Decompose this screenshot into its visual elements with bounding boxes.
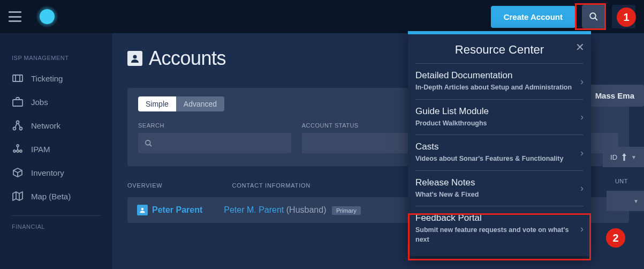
rc-item-title: Detailed Documentation xyxy=(415,70,573,81)
rc-item-title: Feedback Portal xyxy=(415,213,573,223)
svg-rect-25 xyxy=(624,156,625,161)
top-header: Create Account ? xyxy=(0,0,644,33)
chevron-right-icon: › xyxy=(580,223,584,234)
tab-simple[interactable]: Simple xyxy=(138,96,176,111)
box-icon xyxy=(12,167,24,178)
sidebar-section-isp: ISP MANAGEMENT xyxy=(0,47,112,66)
sidebar-item-label: Inventory xyxy=(31,168,64,177)
person-icon xyxy=(137,205,148,215)
page-title: Accounts xyxy=(149,47,226,70)
extra-filter-select[interactable]: ▼ xyxy=(607,191,644,211)
svg-rect-5 xyxy=(13,100,22,106)
menu-toggle-icon[interactable] xyxy=(9,11,21,22)
svg-line-1 xyxy=(595,18,597,20)
chevron-right-icon: › xyxy=(580,111,584,123)
sidebar-item-map[interactable]: Map (Beta) xyxy=(0,184,112,208)
contact-name[interactable]: Peter M. Parent xyxy=(224,205,284,214)
rc-item-guides[interactable]: Guide List Module Product Walkthroughs › xyxy=(415,99,584,135)
account-name: Peter Parent xyxy=(152,205,202,215)
sidebar-item-ipam[interactable]: IPAM xyxy=(0,137,112,161)
search-button[interactable] xyxy=(582,5,605,28)
close-button[interactable]: ✕ xyxy=(575,41,585,54)
contact-cell: Peter M. Parent (Husband) Primary xyxy=(224,205,361,215)
rc-item-title: Release Notes xyxy=(415,177,573,188)
resource-center-title: Resource Center xyxy=(408,43,591,57)
sidebar-item-ticketing[interactable]: Ticketing xyxy=(0,66,112,90)
sidebar-item-label: Map (Beta) xyxy=(31,192,71,201)
svg-point-26 xyxy=(141,208,144,211)
sort-label: ID xyxy=(610,153,617,161)
svg-rect-2 xyxy=(13,75,22,81)
rc-item-release-notes[interactable]: Release Notes What's New & Fixed › xyxy=(415,170,584,206)
rc-item-subtitle: Videos about Sonar's Features & Function… xyxy=(415,154,573,164)
search-icon xyxy=(589,12,598,21)
rc-item-subtitle: Submit new feature requests and vote on … xyxy=(415,226,573,244)
close-icon: ✕ xyxy=(575,41,585,53)
rc-item-subtitle: Product Walkthroughs xyxy=(415,119,573,129)
ipam-icon xyxy=(12,144,24,154)
rc-item-title: Casts xyxy=(415,141,573,152)
accounts-icon xyxy=(127,51,142,66)
caret-down-icon: ▼ xyxy=(633,198,639,204)
sidebar: ISP MANAGEMENT Ticketing Jobs Network IP… xyxy=(0,33,112,269)
sort-dropdown[interactable]: ID ▼ xyxy=(603,147,644,167)
svg-point-22 xyxy=(146,140,150,145)
app-logo[interactable] xyxy=(36,6,58,27)
search-label: SEARCH xyxy=(138,122,291,129)
rc-item-title: Guide List Module xyxy=(415,106,573,117)
rc-item-subtitle: What's New & Fixed xyxy=(415,190,573,200)
chevron-right-icon: › xyxy=(580,183,584,194)
chevron-right-icon: › xyxy=(580,147,584,158)
svg-point-14 xyxy=(17,150,19,152)
network-icon xyxy=(12,120,24,131)
rc-item-subtitle: In-Depth Articles about Setup and Admini… xyxy=(415,83,573,93)
rc-item-documentation[interactable]: Detailed Documentation In-Depth Articles… xyxy=(415,63,584,99)
ticket-icon xyxy=(12,73,24,84)
col-contact: CONTACT INFORMATION xyxy=(232,182,311,189)
resource-center-popover: Resource Center ✕ Detailed Documentation… xyxy=(408,31,591,256)
sidebar-item-label: Jobs xyxy=(31,98,48,107)
sidebar-item-network[interactable]: Network xyxy=(0,114,112,137)
rc-item-casts[interactable]: Casts Videos about Sonar's Features & Fu… xyxy=(415,134,584,170)
sort-direction-icon xyxy=(622,153,627,161)
chevron-right-icon: › xyxy=(580,76,584,87)
svg-line-9 xyxy=(15,123,17,128)
caret-down-icon: ▼ xyxy=(631,154,637,160)
annotation-callout-2: 2 xyxy=(606,228,625,248)
contact-relation: (Husband) xyxy=(286,205,327,214)
create-account-button[interactable]: Create Account xyxy=(491,6,575,28)
sidebar-item-label: IPAM xyxy=(31,145,50,154)
svg-line-10 xyxy=(18,123,20,128)
search-icon xyxy=(145,139,153,147)
svg-point-0 xyxy=(590,13,596,19)
account-link[interactable]: Peter Parent xyxy=(137,205,202,215)
search-input[interactable] xyxy=(138,133,291,153)
briefcase-icon xyxy=(12,96,24,107)
annotation-callout-1: 1 xyxy=(617,8,636,27)
filter-mode-toggle: Simple Advanced xyxy=(138,96,224,111)
map-icon xyxy=(12,191,24,201)
svg-point-13 xyxy=(20,150,22,152)
mass-email-button[interactable]: Mass Ema xyxy=(586,85,644,107)
svg-point-21 xyxy=(133,55,137,59)
svg-point-12 xyxy=(13,150,16,152)
sidebar-item-label: Ticketing xyxy=(31,74,63,83)
extra-filter-label: UNT xyxy=(615,178,628,184)
sidebar-item-label: Network xyxy=(31,121,60,130)
svg-marker-24 xyxy=(622,153,626,156)
sidebar-section-financial: FINANCIAL xyxy=(0,216,112,235)
rc-item-feedback-portal[interactable]: Feedback Portal Submit new feature reque… xyxy=(415,206,584,251)
svg-point-11 xyxy=(17,145,19,147)
sidebar-item-jobs[interactable]: Jobs xyxy=(0,90,112,114)
sidebar-item-inventory[interactable]: Inventory xyxy=(0,161,112,184)
tab-advanced[interactable]: Advanced xyxy=(176,96,224,111)
primary-badge: Primary xyxy=(332,206,361,215)
col-overview: OVERVIEW xyxy=(127,182,163,189)
svg-line-23 xyxy=(149,144,151,146)
